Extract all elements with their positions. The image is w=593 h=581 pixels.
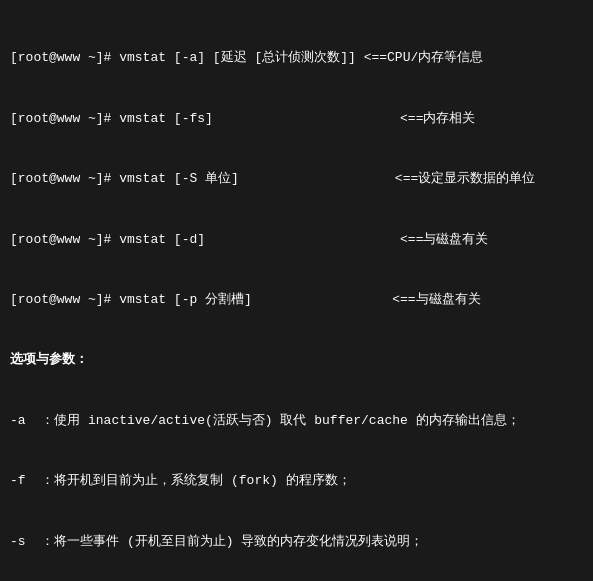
line-2: [root@www ~]# vmstat [-fs] <==内存相关 xyxy=(10,109,583,129)
line-3: [root@www ~]# vmstat [-S 单位] <==设定显示数据的单… xyxy=(10,169,583,189)
line-5: [root@www ~]# vmstat [-p 分割槽] <==与磁盘有关 xyxy=(10,290,583,310)
terminal-window: [root@www ~]# vmstat [-a] [延迟 [总计侦测次数]] … xyxy=(10,8,583,581)
line-7: -a ：使用 inactive/active(活跃与否) 取代 buffer/c… xyxy=(10,411,583,431)
line-1: [root@www ~]# vmstat [-a] [延迟 [总计侦测次数]] … xyxy=(10,48,583,68)
line-4: [root@www ~]# vmstat [-d] <==与磁盘有关 xyxy=(10,230,583,250)
line-8: -f ：将开机到目前为止，系统复制 (fork) 的程序数； xyxy=(10,471,583,491)
line-9: -s ：将一些事件 (开机至目前为止) 导致的内存变化情况列表说明； xyxy=(10,532,583,552)
line-6: 选项与参数： xyxy=(10,350,583,370)
